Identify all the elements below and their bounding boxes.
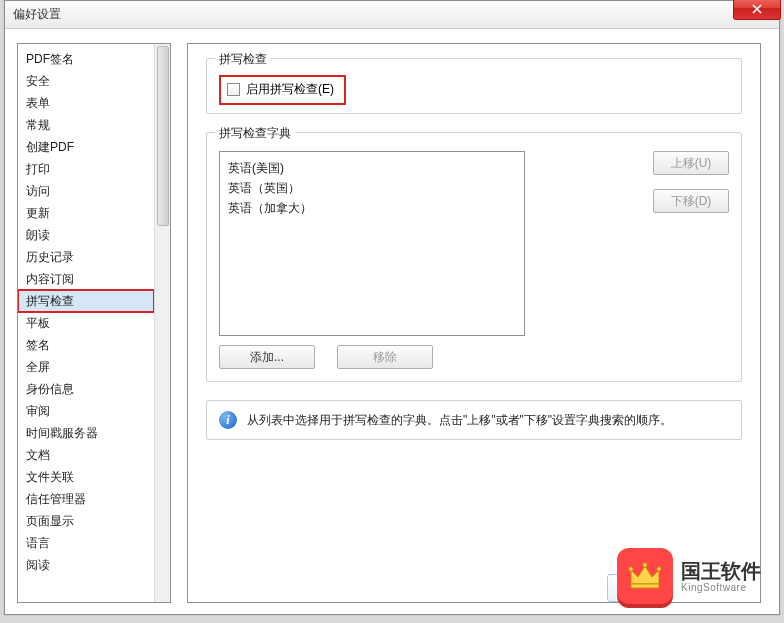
watermark-text: 国王软件 KingSoftware (681, 560, 761, 593)
sidebar-item[interactable]: 打印 (18, 158, 154, 180)
svg-rect-3 (631, 584, 659, 588)
scrollbar-thumb[interactable] (157, 46, 169, 226)
svg-point-2 (657, 567, 661, 571)
sidebar-item[interactable]: 表单 (18, 92, 154, 114)
dictionary-item[interactable]: 英语（英国） (228, 178, 516, 198)
remove-button[interactable]: 移除 (337, 345, 433, 369)
main-panel: 拼写检查 启用拼写检查(E) 拼写检查字典 英语(美国)英语（英国）英语（加拿大… (187, 43, 761, 603)
sidebar-item[interactable]: 审阅 (18, 400, 154, 422)
sidebar-item[interactable]: 内容订阅 (18, 268, 154, 290)
move-up-button[interactable]: 上移(U) (653, 151, 729, 175)
sidebar-item[interactable]: 身份信息 (18, 378, 154, 400)
preferences-window: 偏好设置 PDF签名安全表单常规创建PDF打印访问更新朗读历史记录内容订阅拼写检… (4, 0, 780, 615)
sidebar-item[interactable]: 创建PDF (18, 136, 154, 158)
sidebar-item[interactable]: 朗读 (18, 224, 154, 246)
move-down-button[interactable]: 下移(D) (653, 189, 729, 213)
svg-point-0 (629, 567, 633, 571)
sidebar-item[interactable]: 文档 (18, 444, 154, 466)
sidebar-item[interactable]: 全屏 (18, 356, 154, 378)
sidebar-item[interactable]: 签名 (18, 334, 154, 356)
sidebar-item[interactable]: 时间戳服务器 (18, 422, 154, 444)
enable-spellcheck-label: 启用拼写检查(E) (246, 81, 334, 98)
sidebar-scrollbar[interactable] (154, 44, 170, 602)
sidebar-item[interactable]: 更新 (18, 202, 154, 224)
group-spellcheck-label: 拼写检查 (215, 51, 271, 68)
info-text: 从列表中选择用于拼写检查的字典。点击"上移"或者"下移"设置字典搜索的顺序。 (247, 412, 672, 429)
dictionary-item[interactable]: 英语（加拿大） (228, 198, 516, 218)
sidebar-item[interactable]: 访问 (18, 180, 154, 202)
window-title: 偏好设置 (13, 6, 61, 23)
sidebar-item[interactable]: 语言 (18, 532, 154, 554)
enable-spellcheck-checkbox[interactable]: 启用拼写检查(E) (227, 81, 334, 98)
sidebar-item[interactable]: 拼写检查 (18, 290, 154, 312)
sidebar-item[interactable]: 常规 (18, 114, 154, 136)
checkbox-icon (227, 83, 240, 96)
sidebar-item[interactable]: 信任管理器 (18, 488, 154, 510)
category-sidebar: PDF签名安全表单常规创建PDF打印访问更新朗读历史记录内容订阅拼写检查平板签名… (17, 43, 171, 603)
category-list[interactable]: PDF签名安全表单常规创建PDF打印访问更新朗读历史记录内容订阅拼写检查平板签名… (18, 44, 154, 602)
info-box: i 从列表中选择用于拼写检查的字典。点击"上移"或者"下移"设置字典搜索的顺序。 (206, 400, 742, 440)
info-icon: i (219, 411, 237, 429)
dictionary-listbox[interactable]: 英语(美国)英语（英国）英语（加拿大） (219, 151, 525, 336)
watermark: 国王软件 KingSoftware (617, 548, 761, 604)
watermark-badge (617, 548, 673, 604)
add-button[interactable]: 添加... (219, 345, 315, 369)
sidebar-item[interactable]: 文件关联 (18, 466, 154, 488)
highlight-box-enable: 启用拼写检查(E) (219, 75, 346, 105)
close-button[interactable] (733, 0, 781, 20)
sidebar-item[interactable]: 页面显示 (18, 510, 154, 532)
watermark-text-cn: 国王软件 (681, 560, 761, 582)
sidebar-item[interactable]: 平板 (18, 312, 154, 334)
window-body: PDF签名安全表单常规创建PDF打印访问更新朗读历史记录内容订阅拼写检查平板签名… (5, 29, 779, 614)
sidebar-item[interactable]: 安全 (18, 70, 154, 92)
group-dictionary-label: 拼写检查字典 (215, 125, 295, 142)
close-icon (752, 4, 762, 14)
sidebar-item[interactable]: PDF签名 (18, 48, 154, 70)
svg-point-1 (643, 563, 647, 567)
group-spellcheck: 拼写检查 启用拼写检查(E) (206, 58, 742, 114)
crown-icon (625, 556, 665, 596)
dictionary-item[interactable]: 英语(美国) (228, 158, 516, 178)
titlebar: 偏好设置 (5, 1, 779, 29)
sidebar-item[interactable]: 历史记录 (18, 246, 154, 268)
group-dictionary: 拼写检查字典 英语(美国)英语（英国）英语（加拿大） 上移(U) 下移(D) 添… (206, 132, 742, 382)
watermark-text-en: KingSoftware (681, 582, 761, 593)
sidebar-item[interactable]: 阅读 (18, 554, 154, 576)
